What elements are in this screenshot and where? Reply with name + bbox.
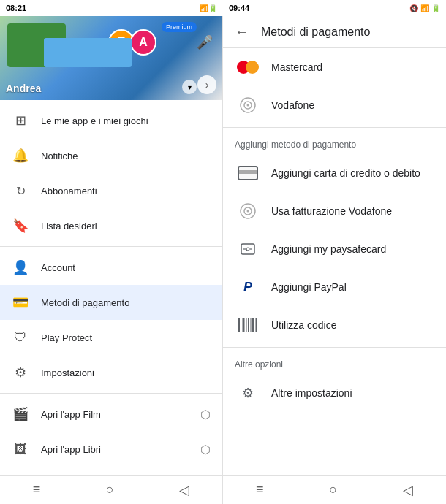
payment-label-mastercard: Mastercard — [271, 61, 322, 73]
svg-rect-15 — [251, 318, 252, 332]
other-gear-icon: ⚙ — [235, 384, 261, 402]
bell-icon: 🔔 — [12, 147, 29, 164]
map-area: E A 🎤 Premium Andrea ▾ › — [0, 16, 222, 100]
right-nav-bar: ≡ ○ ◁ — [223, 475, 446, 504]
add-paysafe-label: Aggiungi my paysafecard — [271, 243, 386, 255]
menu-label-settings: Impostazioni — [41, 367, 211, 378]
right-nav-back-btn[interactable]: ◁ — [403, 482, 413, 498]
right-panel-title: Metodi di pagamento — [261, 26, 370, 39]
right-nav-menu-btn[interactable]: ≡ — [256, 482, 264, 497]
add-card-item[interactable]: Aggiungi carta di credito o debito — [223, 154, 446, 192]
add-code-label: Utilizza codice — [271, 319, 336, 331]
menu-label-my-apps: Le mie app e i miei giochi — [41, 115, 211, 126]
vodafone-saved-icon — [235, 96, 261, 114]
menu-item-settings[interactable]: ⚙ Impostazioni — [0, 355, 222, 390]
add-card-label: Aggiungi carta di credito o debito — [271, 167, 420, 179]
nav-menu-btn[interactable]: ≡ — [33, 482, 41, 497]
settings-icon: ⚙ — [12, 364, 29, 381]
menu-list: ⊞ Le mie app e i miei giochi 🔔 Notifiche… — [0, 100, 222, 475]
credit-card-icon — [235, 164, 261, 182]
menu-item-open-film[interactable]: 🎬 Apri l'app Film ⬡ — [0, 397, 222, 432]
svg-rect-12 — [243, 318, 245, 332]
menu-label-payment: Metodi di pagamento — [41, 297, 211, 308]
divider-other-section — [223, 347, 446, 348]
time-right: 09:44 — [229, 4, 249, 12]
menu-item-account[interactable]: 👤 Account — [0, 250, 222, 285]
svg-rect-16 — [252, 318, 254, 332]
avatar-a[interactable]: A — [130, 29, 156, 56]
payment-item-mastercard[interactable]: Mastercard — [223, 48, 446, 86]
chevron-down-icon[interactable]: ▾ — [182, 80, 197, 94]
svg-rect-6 — [241, 244, 254, 254]
menu-item-payment[interactable]: 💳 Metodi di pagamento — [0, 285, 222, 320]
add-paysafe-item[interactable]: Aggiungi my paysafecard — [223, 230, 446, 268]
other-settings-item[interactable]: ⚙ Altre impostazioni — [223, 374, 446, 412]
person-icon: 👤 — [12, 259, 29, 276]
menu-item-wishlist[interactable]: 🔖 Lista desideri — [0, 208, 222, 243]
other-section-title: Altre opzioni — [223, 351, 446, 374]
menu-divider-2 — [0, 393, 222, 394]
menu-item-subscriptions[interactable]: ↻ Abbonamenti — [0, 173, 222, 208]
add-section-title: Aggiungi metodo di pagamento — [223, 131, 446, 154]
other-settings-label: Altre impostazioni — [271, 387, 352, 399]
add-vodafone-item[interactable]: Usa fatturazione Vodafone — [223, 192, 446, 230]
menu-label-subscriptions: Abbonamenti — [41, 186, 211, 196]
add-vodafone-label: Usa fatturazione Vodafone — [271, 205, 392, 217]
svg-rect-17 — [256, 318, 257, 332]
menu-label-play-protect: Play Protect — [41, 332, 211, 343]
menu-label-notifications: Notifiche — [41, 150, 211, 161]
shield-icon: 🛡 — [12, 329, 29, 346]
status-icons-right: 🔇 📶 🔋 — [409, 4, 440, 12]
arrow-exit-books-icon: ⬡ — [200, 443, 211, 457]
map-arrow-right[interactable]: › — [197, 75, 216, 94]
add-paypal-label: Aggiungi PayPal — [271, 281, 347, 293]
menu-label-wishlist: Lista desideri — [41, 221, 211, 232]
payment-label-vodafone: Vodafone — [271, 99, 314, 111]
books-icon: 🖼 — [12, 440, 29, 458]
menu-item-my-apps[interactable]: ⊞ Le mie app e i miei giochi — [0, 103, 222, 138]
premium-badge: Premium — [162, 22, 197, 32]
mic-icon[interactable]: 🎤 — [194, 32, 215, 53]
payment-item-vodafone[interactable]: Vodafone — [223, 86, 446, 124]
main-container: 08:21 📶🔋 E A 🎤 Premium Andrea ▾ › ⊞ Le m… — [0, 0, 446, 504]
paysafe-icon — [235, 240, 261, 258]
refresh-icon: ↻ — [12, 182, 29, 199]
svg-point-5 — [247, 210, 249, 213]
menu-item-open-books[interactable]: 🖼 Apri l'app Libri ⬡ — [0, 432, 222, 467]
svg-rect-14 — [248, 318, 249, 332]
left-nav-bar: ≡ ○ ◁ — [0, 475, 222, 504]
arrow-exit-film-icon: ⬡ — [200, 408, 211, 421]
vodafone-add-icon — [235, 202, 261, 220]
menu-divider-1 — [0, 246, 222, 247]
card-icon: 💳 — [12, 294, 29, 311]
menu-label-account: Account — [41, 262, 211, 273]
status-bar-right: 09:44 🔇 📶 🔋 — [223, 0, 446, 16]
right-content: Mastercard Vodafone Aggiungi m — [223, 48, 446, 475]
add-paypal-item[interactable]: P Aggiungi PayPal — [223, 268, 446, 306]
battery-icon: 🔋 — [431, 4, 440, 12]
avatar-e[interactable]: E — [108, 29, 135, 56]
bookmark-icon: 🔖 — [12, 217, 29, 234]
user-name: Andrea — [6, 83, 41, 94]
grid-icon: ⊞ — [12, 112, 29, 129]
back-button[interactable]: ← — [235, 23, 249, 40]
menu-item-play-protect[interactable]: 🛡 Play Protect — [0, 320, 222, 355]
status-bar-left: 08:21 📶🔋 — [0, 0, 223, 16]
menu-label-open-books: Apri l'app Libri — [41, 444, 200, 455]
mastercard-icon — [235, 58, 261, 76]
barcode-icon — [235, 316, 261, 334]
mute-icon: 🔇 — [409, 4, 418, 12]
nav-home-btn[interactable]: ○ — [106, 482, 114, 497]
left-panel: 08:21 📶🔋 E A 🎤 Premium Andrea ▾ › ⊞ Le m… — [0, 0, 223, 504]
menu-item-open-music[interactable]: 🎵 Apri l'app Musica ⬡ — [0, 467, 222, 475]
nav-back-btn[interactable]: ◁ — [179, 482, 189, 498]
menu-item-notifications[interactable]: 🔔 Notifiche — [0, 138, 222, 173]
svg-point-7 — [246, 248, 249, 251]
svg-rect-11 — [241, 318, 241, 332]
divider-add-section — [223, 127, 446, 128]
right-panel: 09:44 🔇 📶 🔋 ← Metodi di pagamento — [223, 0, 446, 504]
svg-rect-13 — [246, 318, 247, 332]
film-icon: 🎬 — [12, 405, 29, 423]
add-code-item[interactable]: Utilizza codice — [223, 306, 446, 344]
right-nav-home-btn[interactable]: ○ — [329, 482, 337, 497]
